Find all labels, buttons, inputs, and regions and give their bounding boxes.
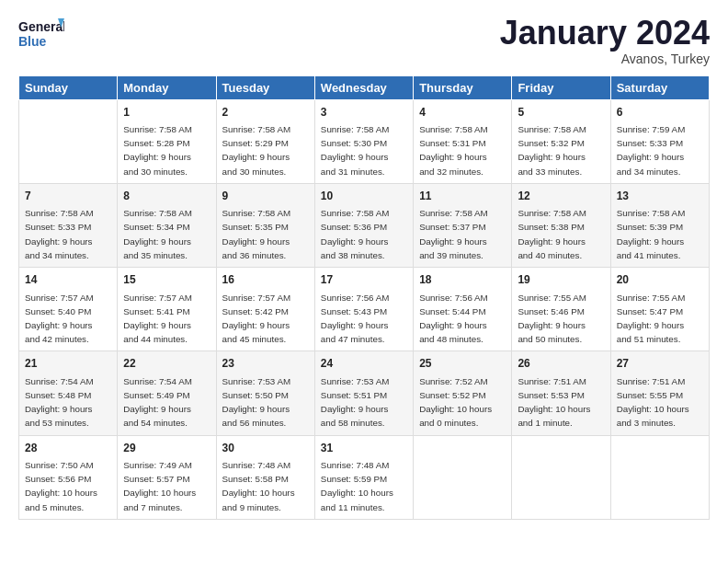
calendar-cell: 24Sunrise: 7:53 AM Sunset: 5:51 PM Dayli… — [314, 351, 413, 435]
day-header-sunday: Sunday — [19, 75, 118, 99]
calendar-cell: 14Sunrise: 7:57 AM Sunset: 5:40 PM Dayli… — [19, 268, 118, 351]
calendar-cell: 15Sunrise: 7:57 AM Sunset: 5:41 PM Dayli… — [118, 268, 216, 351]
calendar-cell: 31Sunrise: 7:48 AM Sunset: 5:59 PM Dayli… — [314, 435, 413, 519]
day-header-monday: Monday — [118, 75, 216, 99]
calendar-cell — [414, 435, 512, 519]
day-info: Sunrise: 7:50 AM Sunset: 5:56 PM Dayligh… — [25, 460, 97, 512]
day-info: Sunrise: 7:56 AM Sunset: 5:44 PM Dayligh… — [419, 293, 488, 345]
day-number: 27 — [617, 356, 703, 372]
calendar-cell: 19Sunrise: 7:55 AM Sunset: 5:46 PM Dayli… — [512, 268, 610, 351]
calendar-cell: 8Sunrise: 7:58 AM Sunset: 5:34 PM Daylig… — [118, 183, 216, 267]
calendar-cell: 26Sunrise: 7:51 AM Sunset: 5:53 PM Dayli… — [512, 351, 610, 435]
day-number: 7 — [25, 189, 111, 204]
day-info: Sunrise: 7:58 AM Sunset: 5:31 PM Dayligh… — [419, 124, 488, 177]
day-info: Sunrise: 7:53 AM Sunset: 5:50 PM Dayligh… — [222, 376, 291, 429]
day-number: 28 — [25, 441, 111, 456]
day-number: 8 — [123, 189, 210, 204]
calendar-cell: 28Sunrise: 7:50 AM Sunset: 5:56 PM Dayli… — [19, 435, 118, 519]
calendar-cell: 13Sunrise: 7:58 AM Sunset: 5:39 PM Dayli… — [610, 183, 709, 267]
calendar-cell — [610, 435, 709, 519]
header: General Blue January 2024 Avanos, Turkey — [18, 15, 710, 66]
day-number: 23 — [222, 356, 309, 372]
logo-svg: General Blue — [18, 15, 64, 55]
day-number: 24 — [321, 356, 407, 372]
svg-text:Blue: Blue — [18, 34, 47, 49]
day-number: 18 — [419, 272, 506, 288]
day-number: 29 — [123, 441, 210, 456]
day-info: Sunrise: 7:58 AM Sunset: 5:35 PM Dayligh… — [222, 208, 291, 260]
day-info: Sunrise: 7:54 AM Sunset: 5:48 PM Dayligh… — [25, 376, 94, 429]
day-info: Sunrise: 7:51 AM Sunset: 5:55 PM Dayligh… — [617, 376, 689, 429]
day-number: 25 — [419, 356, 506, 372]
day-number: 22 — [123, 356, 210, 372]
day-number: 9 — [222, 189, 309, 204]
calendar-cell: 12Sunrise: 7:58 AM Sunset: 5:38 PM Dayli… — [512, 183, 610, 267]
calendar-cell: 7Sunrise: 7:58 AM Sunset: 5:33 PM Daylig… — [19, 183, 118, 267]
day-info: Sunrise: 7:48 AM Sunset: 5:59 PM Dayligh… — [321, 460, 393, 512]
calendar-cell: 3Sunrise: 7:58 AM Sunset: 5:30 PM Daylig… — [314, 99, 413, 183]
week-row-5: 28Sunrise: 7:50 AM Sunset: 5:56 PM Dayli… — [19, 435, 710, 519]
calendar-cell: 29Sunrise: 7:49 AM Sunset: 5:57 PM Dayli… — [118, 435, 216, 519]
logo: General Blue — [18, 15, 64, 55]
page: General Blue January 2024 Avanos, Turkey… — [0, 0, 728, 529]
day-number: 11 — [419, 189, 506, 204]
day-header-wednesday: Wednesday — [314, 75, 413, 99]
calendar-cell: 21Sunrise: 7:54 AM Sunset: 5:48 PM Dayli… — [19, 351, 118, 435]
day-header-saturday: Saturday — [610, 75, 709, 99]
day-number: 3 — [321, 105, 407, 121]
title-block: January 2024 Avanos, Turkey — [500, 15, 710, 66]
day-info: Sunrise: 7:58 AM Sunset: 5:28 PM Dayligh… — [123, 124, 192, 177]
day-number: 6 — [617, 105, 703, 121]
week-row-4: 21Sunrise: 7:54 AM Sunset: 5:48 PM Dayli… — [19, 351, 710, 435]
day-info: Sunrise: 7:58 AM Sunset: 5:29 PM Dayligh… — [222, 124, 291, 177]
calendar-cell: 23Sunrise: 7:53 AM Sunset: 5:50 PM Dayli… — [216, 351, 314, 435]
month-title: January 2024 — [500, 15, 710, 52]
day-info: Sunrise: 7:58 AM Sunset: 5:38 PM Dayligh… — [518, 208, 586, 260]
day-info: Sunrise: 7:55 AM Sunset: 5:46 PM Dayligh… — [518, 293, 586, 345]
calendar-cell: 4Sunrise: 7:58 AM Sunset: 5:31 PM Daylig… — [414, 99, 512, 183]
day-header-thursday: Thursday — [414, 75, 512, 99]
calendar-header-row: SundayMondayTuesdayWednesdayThursdayFrid… — [19, 75, 710, 99]
day-info: Sunrise: 7:55 AM Sunset: 5:47 PM Dayligh… — [617, 293, 686, 345]
day-info: Sunrise: 7:52 AM Sunset: 5:52 PM Dayligh… — [419, 376, 492, 429]
calendar-cell — [512, 435, 610, 519]
week-row-2: 7Sunrise: 7:58 AM Sunset: 5:33 PM Daylig… — [19, 183, 710, 267]
calendar-cell: 5Sunrise: 7:58 AM Sunset: 5:32 PM Daylig… — [512, 99, 610, 183]
day-number: 19 — [518, 272, 604, 288]
day-info: Sunrise: 7:58 AM Sunset: 5:37 PM Dayligh… — [419, 208, 488, 260]
day-number: 10 — [321, 189, 407, 204]
day-info: Sunrise: 7:51 AM Sunset: 5:53 PM Dayligh… — [518, 376, 590, 429]
calendar-cell: 25Sunrise: 7:52 AM Sunset: 5:52 PM Dayli… — [414, 351, 512, 435]
calendar-cell: 16Sunrise: 7:57 AM Sunset: 5:42 PM Dayli… — [216, 268, 314, 351]
calendar-cell: 9Sunrise: 7:58 AM Sunset: 5:35 PM Daylig… — [216, 183, 314, 267]
day-info: Sunrise: 7:58 AM Sunset: 5:36 PM Dayligh… — [321, 208, 390, 260]
location: Avanos, Turkey — [500, 52, 710, 66]
day-number: 16 — [222, 272, 309, 288]
calendar-cell: 22Sunrise: 7:54 AM Sunset: 5:49 PM Dayli… — [118, 351, 216, 435]
calendar-cell: 2Sunrise: 7:58 AM Sunset: 5:29 PM Daylig… — [216, 99, 314, 183]
day-info: Sunrise: 7:53 AM Sunset: 5:51 PM Dayligh… — [321, 376, 390, 429]
day-info: Sunrise: 7:58 AM Sunset: 5:34 PM Dayligh… — [123, 208, 192, 260]
day-info: Sunrise: 7:57 AM Sunset: 5:42 PM Dayligh… — [222, 293, 291, 345]
day-number: 30 — [222, 441, 309, 456]
svg-text:General: General — [18, 19, 64, 34]
week-row-3: 14Sunrise: 7:57 AM Sunset: 5:40 PM Dayli… — [19, 268, 710, 351]
calendar-cell: 18Sunrise: 7:56 AM Sunset: 5:44 PM Dayli… — [414, 268, 512, 351]
day-info: Sunrise: 7:48 AM Sunset: 5:58 PM Dayligh… — [222, 460, 295, 512]
day-info: Sunrise: 7:54 AM Sunset: 5:49 PM Dayligh… — [123, 376, 192, 429]
calendar-cell: 10Sunrise: 7:58 AM Sunset: 5:36 PM Dayli… — [314, 183, 413, 267]
calendar-cell: 30Sunrise: 7:48 AM Sunset: 5:58 PM Dayli… — [216, 435, 314, 519]
calendar-body: 1Sunrise: 7:58 AM Sunset: 5:28 PM Daylig… — [19, 99, 710, 519]
day-header-tuesday: Tuesday — [216, 75, 314, 99]
week-row-1: 1Sunrise: 7:58 AM Sunset: 5:28 PM Daylig… — [19, 99, 710, 183]
day-number: 1 — [123, 105, 210, 121]
day-info: Sunrise: 7:57 AM Sunset: 5:40 PM Dayligh… — [25, 293, 94, 345]
calendar-cell: 1Sunrise: 7:58 AM Sunset: 5:28 PM Daylig… — [118, 99, 216, 183]
day-number: 31 — [321, 441, 407, 456]
calendar-cell: 27Sunrise: 7:51 AM Sunset: 5:55 PM Dayli… — [610, 351, 709, 435]
day-info: Sunrise: 7:49 AM Sunset: 5:57 PM Dayligh… — [123, 460, 196, 512]
day-number: 20 — [617, 272, 703, 288]
calendar-cell: 20Sunrise: 7:55 AM Sunset: 5:47 PM Dayli… — [610, 268, 709, 351]
day-number: 13 — [617, 189, 703, 204]
day-number: 26 — [518, 356, 604, 372]
